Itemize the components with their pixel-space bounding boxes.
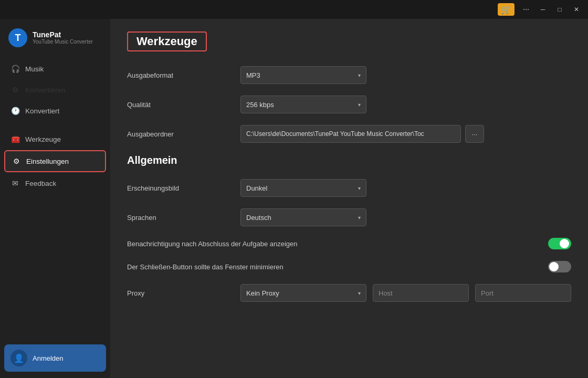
app-logo: T TunePat YouTube Music Converter <box>0 19 110 59</box>
app-name: TunePat <box>33 30 93 39</box>
sidebar-item-feedback[interactable]: ✉ Feedback <box>4 173 106 193</box>
erscheinungsbild-control: Dunkel ▾ <box>240 179 571 197</box>
sidebar: T TunePat YouTube Music Converter 🎧 Musi… <box>0 19 110 378</box>
benachrichtigung-toggle[interactable] <box>548 238 571 249</box>
cart-icon: 🛒 <box>501 5 511 15</box>
host-field[interactable]: Host <box>373 284 469 302</box>
sidebar-footer: 👤 Anmelden <box>0 338 110 378</box>
sprachen-value: Deutsch <box>246 214 271 222</box>
ausgabeformat-value: MP3 <box>246 71 260 79</box>
dots-button[interactable]: ⋯ <box>519 4 533 15</box>
sidebar-item-einstellungen[interactable]: ⚙ Einstellungen <box>4 150 106 172</box>
chevron-down-icon: ▾ <box>358 72 361 78</box>
proxy-dropdown[interactable]: Kein Proxy ▾ <box>240 284 366 302</box>
signin-button[interactable]: 👤 Anmelden <box>4 344 106 372</box>
port-placeholder: Port <box>481 289 494 297</box>
qualitaet-control: 256 kbps ▾ <box>240 96 571 113</box>
titlebar: 🛒 ⋯ ─ □ ✕ <box>0 0 588 19</box>
schliessen-toggle[interactable] <box>548 261 571 272</box>
close-button[interactable]: ✕ <box>569 4 584 15</box>
werkzeuge-title: Werkzeuge <box>136 35 197 48</box>
minimize-button[interactable]: ─ <box>536 4 550 15</box>
browse-button[interactable]: ··· <box>465 125 484 143</box>
sprachen-dropdown[interactable]: Deutsch ▾ <box>240 208 366 226</box>
sprachen-control: Deutsch ▾ <box>240 208 571 226</box>
signin-label: Anmelden <box>33 354 64 362</box>
konvertiert-icon: 🕐 <box>10 106 20 116</box>
ausgabeordner-label: Ausgabeordner <box>127 130 232 138</box>
erscheinungsbild-value: Dunkel <box>246 184 267 192</box>
toggle-thumb <box>560 239 569 248</box>
erscheinungsbild-label: Erscheinungsbild <box>127 184 232 192</box>
sidebar-item-werkzeuge[interactable]: 🧰 Werkzeuge <box>4 129 106 149</box>
sidebar-item-konvertieren: ⚙ Konvertieren <box>4 80 106 100</box>
sidebar-item-label: Werkzeuge <box>25 135 61 143</box>
window-controls: ⋯ ─ □ ✕ <box>519 4 584 15</box>
logo-icon: T <box>8 28 27 47</box>
ausgabeformat-dropdown[interactable]: MP3 ▾ <box>240 66 366 84</box>
sidebar-item-konvertiert[interactable]: 🕐 Konvertiert <box>4 101 106 121</box>
sprachen-row: Sprachen Deutsch ▾ <box>127 208 571 226</box>
proxy-row: Proxy Kein Proxy ▾ Host Port <box>127 284 571 302</box>
feedback-icon: ✉ <box>10 178 20 188</box>
qualitaet-row: Qualität 256 kbps ▾ <box>127 96 571 113</box>
proxy-label: Proxy <box>127 289 232 297</box>
ausgabeformat-label: Ausgabeformat <box>127 71 232 79</box>
werkzeuge-icon: 🧰 <box>10 134 20 144</box>
allgemein-title: Allgemein <box>127 154 571 166</box>
sprachen-label: Sprachen <box>127 214 232 222</box>
benachrichtigung-label: Benachrichtigung nach Abschluss der Aufg… <box>127 240 548 248</box>
musik-icon: 🎧 <box>10 64 20 74</box>
erscheinungsbild-row: Erscheinungsbild Dunkel ▾ <box>127 179 571 197</box>
ausgabeformat-control: MP3 ▾ <box>240 66 571 84</box>
werkzeuge-title-box: Werkzeuge <box>127 32 207 51</box>
chevron-down-icon: ▾ <box>358 185 361 191</box>
browse-icon: ··· <box>472 130 478 138</box>
main-content: Werkzeuge Ausgabeformat MP3 ▾ Qualität 2… <box>110 19 588 378</box>
toggle-thumb <box>549 262 559 271</box>
sidebar-item-label: Konvertiert <box>25 107 59 115</box>
proxy-control: Kein Proxy ▾ Host Port <box>240 284 571 302</box>
qualitaet-value: 256 kbps <box>246 101 274 109</box>
schliessen-label: Der Schließen-Button sollte das Fenster … <box>127 263 548 271</box>
logo-text: TunePat YouTube Music Converter <box>33 30 93 46</box>
sidebar-item-label: Musik <box>25 65 44 73</box>
port-field[interactable]: Port <box>475 284 571 302</box>
ausgabeordner-control: C:\Users\de\Documents\TunePat YouTube Mu… <box>240 125 571 143</box>
sidebar-nav: 🎧 Musik ⚙ Konvertieren 🕐 Konvertiert 🧰 W… <box>0 59 110 338</box>
sidebar-item-label: Konvertieren <box>25 86 66 94</box>
qualitaet-label: Qualität <box>127 101 232 109</box>
sidebar-item-label: Feedback <box>25 180 56 187</box>
app-layout: T TunePat YouTube Music Converter 🎧 Musi… <box>0 19 588 378</box>
ausgabeordner-row: Ausgabeordner C:\Users\de\Documents\Tune… <box>127 125 571 143</box>
konvertieren-icon: ⚙ <box>10 85 20 94</box>
sidebar-item-label: Einstellungen <box>26 158 69 165</box>
ausgabeordner-input[interactable]: C:\Users\de\Documents\TunePat YouTube Mu… <box>240 125 461 143</box>
qualitaet-dropdown[interactable]: 256 kbps ▾ <box>240 96 366 113</box>
erscheinungsbild-dropdown[interactable]: Dunkel ▾ <box>240 179 366 197</box>
ausgabeordner-value: C:\Users\de\Documents\TunePat YouTube Mu… <box>246 130 424 138</box>
benachrichtigung-row: Benachrichtigung nach Abschluss der Aufg… <box>127 238 571 249</box>
schliessen-row: Der Schließen-Button sollte das Fenster … <box>127 261 571 272</box>
chevron-down-icon: ▾ <box>358 215 361 220</box>
proxy-value: Kein Proxy <box>246 289 279 297</box>
chevron-down-icon: ▾ <box>358 290 361 296</box>
avatar: 👤 <box>10 350 27 366</box>
chevron-down-icon: ▾ <box>358 102 361 108</box>
restore-button[interactable]: □ <box>552 4 567 15</box>
host-placeholder: Host <box>379 289 393 297</box>
cart-button[interactable]: 🛒 <box>498 3 514 16</box>
sidebar-item-musik[interactable]: 🎧 Musik <box>4 59 106 79</box>
app-subtitle: YouTube Music Converter <box>33 39 93 45</box>
einstellungen-icon: ⚙ <box>12 156 21 166</box>
ausgabeformat-row: Ausgabeformat MP3 ▾ <box>127 66 571 84</box>
